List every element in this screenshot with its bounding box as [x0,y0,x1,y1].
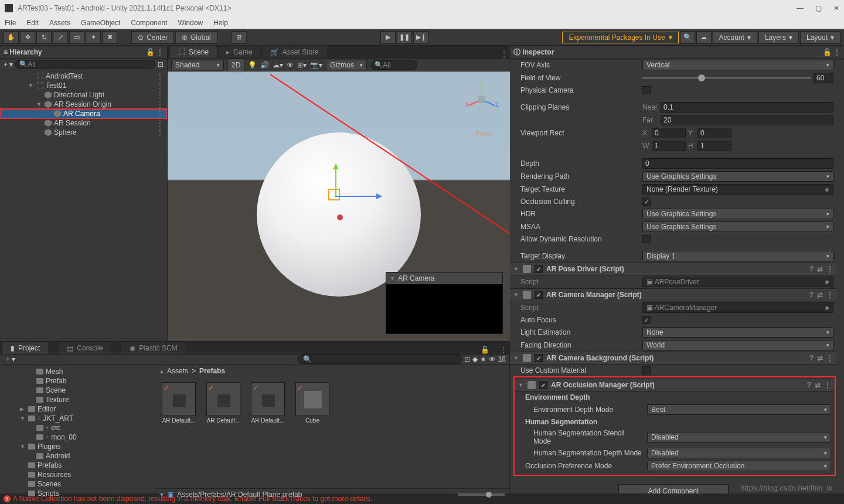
near-clip-input[interactable] [661,102,833,113]
rotate-tool-icon[interactable]: ↻ [36,31,52,44]
viewport-w-input[interactable] [652,141,686,151]
hierarchy-item[interactable]: AR Camera⋮ [0,109,167,118]
mode-2d-toggle[interactable]: 2D [227,59,244,71]
tree-item[interactable]: +mon_00 [0,433,155,442]
menu-component[interactable]: Component [131,19,167,27]
component-ar-pose-driver[interactable]: ▼ AR Pose Driver (Script) ?⇄⋮ [510,263,837,275]
menu-edit[interactable]: Edit [26,19,39,27]
scene-viewport[interactable]: y z x Persp ▼AR Camera [168,71,510,341]
hierarchy-header[interactable]: ≡ Hierarchy 🔓 ⋮ [0,46,167,59]
tree-item[interactable]: Mesh [0,367,155,376]
favorites-icon[interactable]: ★ [480,355,486,363]
component-ar-camera-manager[interactable]: ▼ AR Camera Manager (Script) ?⇄⋮ [510,288,837,301]
fx-icon[interactable]: ☁▾ [273,61,283,69]
tree-item[interactable]: Scenes [0,479,155,489]
account-dropdown[interactable]: Account ▾ [713,31,757,44]
move-tool-icon[interactable]: ✥ [20,31,35,44]
hand-tool-icon[interactable]: ✋ [4,31,19,44]
far-clip-input[interactable] [661,115,833,125]
tree-item[interactable]: ▶Editor [0,404,155,414]
physical-camera-checkbox[interactable] [642,86,651,94]
pause-button[interactable]: ❚❚ [397,31,412,44]
asset-item[interactable]: ✓AR Default... [205,382,242,424]
hierarchy-item[interactable]: AR Session⋮ [0,118,167,128]
minimize-icon[interactable]: — [797,4,804,12]
project-tree[interactable]: MeshPrefabSceneTexture▶Editor▼+JKT_ART+e… [0,365,155,500]
human-depth-mode-dropdown[interactable]: Disabled [647,448,831,458]
custom-tool-icon[interactable]: ✖ [102,31,117,44]
label-icon[interactable]: ◆ [472,355,478,363]
help-icon[interactable]: ? [807,381,811,389]
maximize-icon[interactable]: ▢ [815,4,822,12]
component-menu-icon[interactable]: ⋮ [826,265,833,273]
layers-dropdown[interactable]: Layers ▾ [758,31,799,44]
tree-item[interactable]: Prefab [0,376,155,386]
component-menu-icon[interactable]: ⋮ [824,381,831,389]
create-dropdown-icon[interactable]: + ▾ [4,60,13,69]
tab-game[interactable]: ▸Game [218,46,261,58]
search-icon[interactable]: 🔍 [680,31,695,44]
component-enable-checkbox[interactable] [535,291,543,299]
preset-icon[interactable]: ⇄ [817,291,823,299]
orientation-gizmo[interactable]: y z x [464,82,499,117]
tab-scene[interactable]: ⛶Scene [170,46,217,58]
component-enable-checkbox[interactable] [535,354,543,362]
asset-item[interactable]: ✓AR Default... [160,382,198,424]
lock-icon[interactable]: 🔓 [481,346,489,354]
camera-preview[interactable]: ▼AR Camera [386,272,503,334]
preset-icon[interactable]: ⇄ [817,265,823,273]
hierarchy-item[interactable]: ⛶AndroidTest⋮ [0,71,167,81]
asset-grid[interactable]: ✓AR Default...✓AR Default...✓AR Default.… [155,377,509,488]
occlusion-preference-dropdown[interactable]: Prefer Environment Occlusion [647,461,831,471]
audio-icon[interactable]: 🔊 [260,61,269,69]
inspector-header[interactable]: ⓘ Inspector 🔓 ⋮ [510,46,844,59]
pivot-mode-button[interactable]: ⊙ Center [131,31,174,44]
step-button[interactable]: ▶❙ [413,31,428,44]
auto-focus-checkbox[interactable] [642,316,651,324]
filter-icon[interactable]: ⊡ [464,355,470,363]
facing-direction-dropdown[interactable]: World [642,340,833,350]
viewport-x-input[interactable] [652,128,686,138]
panel-menu-icon[interactable]: ⋮ [833,48,840,56]
fov-axis-dropdown[interactable]: Vertical [642,60,833,70]
layout-dropdown[interactable]: Layout ▾ [800,31,840,44]
menu-help[interactable]: Help [213,19,228,27]
hidden-icon[interactable]: 👁 [489,355,496,363]
menu-gameobject[interactable]: GameObject [81,19,120,27]
menu-file[interactable]: File [5,19,16,27]
asset-item[interactable]: ✓AR Default... [249,382,287,424]
component-enable-checkbox[interactable] [535,265,543,273]
scene-picker-icon[interactable]: ⊡ [158,60,164,69]
preset-icon[interactable]: ⇄ [815,381,821,389]
scene-search-input[interactable]: 🔍 All [370,60,417,70]
snap-tool-icon[interactable]: ⊞ [232,31,247,44]
close-icon[interactable]: ✕ [833,4,839,12]
grid-icon[interactable]: ⊞▾ [297,61,307,69]
menu-assets[interactable]: Assets [49,19,70,27]
menu-window[interactable]: Window [178,19,203,27]
project-search-input[interactable] [298,355,462,364]
panel-menu-icon[interactable]: ⋮ [156,48,164,56]
depth-input[interactable] [642,158,833,169]
target-texture-field[interactable]: None (Render Texture) [642,184,833,195]
tab-plastic[interactable]: ◉Plastic SCM [121,342,185,354]
hierarchy-item[interactable]: ▼AR Session Origin⋮ [0,100,167,109]
fov-slider[interactable] [642,77,811,79]
env-depth-mode-dropdown[interactable]: Best [647,404,831,415]
target-display-dropdown[interactable]: Display 1 [642,251,833,261]
pivot-rotation-button[interactable]: ⊕ Global [175,31,217,44]
gizmos-dropdown[interactable]: Gizmos [326,60,367,70]
occlusion-culling-checkbox[interactable] [642,197,651,206]
component-enable-checkbox[interactable] [539,381,547,389]
tree-item[interactable]: ▼Plugins [0,442,155,451]
experimental-packages-button[interactable]: Experimental Packages In Use ▾ [562,32,678,43]
tab-project[interactable]: ▮Project [2,342,48,354]
cloud-icon[interactable]: ☁ [696,31,712,44]
transform-tool-icon[interactable]: ✦ [86,31,101,44]
breadcrumb[interactable]: ▴ Assets > Prefabs [155,365,509,377]
panel-menu-icon[interactable]: ⋮ [500,346,507,354]
tab-asset-store[interactable]: 🛒Asset Store [262,46,327,58]
tab-console[interactable]: ▤Console [59,342,111,354]
asset-item[interactable]: ✓Cube [294,382,331,424]
hierarchy-item[interactable]: Directional Light⋮ [0,90,167,100]
